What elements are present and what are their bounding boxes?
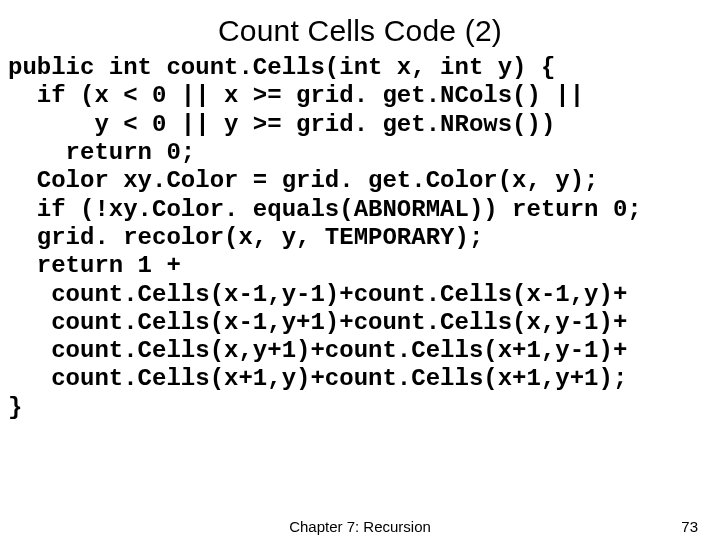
code-line: if (x < 0 || x >= grid. get.NCols() ||: [8, 82, 712, 110]
code-line: count.Cells(x-1,y+1)+count.Cells(x,y-1)+: [8, 309, 712, 337]
code-line: count.Cells(x,y+1)+count.Cells(x+1,y-1)+: [8, 337, 712, 365]
code-line: y < 0 || y >= grid. get.NRows()): [8, 111, 712, 139]
code-line: count.Cells(x+1,y)+count.Cells(x+1,y+1);: [8, 365, 712, 393]
code-line: if (!xy.Color. equals(ABNORMAL)) return …: [8, 196, 712, 224]
code-line: Color xy.Color = grid. get.Color(x, y);: [8, 167, 712, 195]
footer-chapter: Chapter 7: Recursion: [0, 518, 720, 535]
code-line: return 0;: [8, 139, 712, 167]
footer-page-number: 73: [681, 518, 698, 535]
code-line: }: [8, 394, 712, 422]
slide-title: Count Cells Code (2): [8, 14, 712, 48]
code-line: count.Cells(x-1,y-1)+count.Cells(x-1,y)+: [8, 281, 712, 309]
code-block: public int count.Cells(int x, int y) { i…: [8, 54, 712, 422]
code-line: grid. recolor(x, y, TEMPORARY);: [8, 224, 712, 252]
code-line: return 1 +: [8, 252, 712, 280]
code-line: public int count.Cells(int x, int y) {: [8, 54, 712, 82]
slide: Count Cells Code (2) public int count.Ce…: [0, 0, 720, 540]
